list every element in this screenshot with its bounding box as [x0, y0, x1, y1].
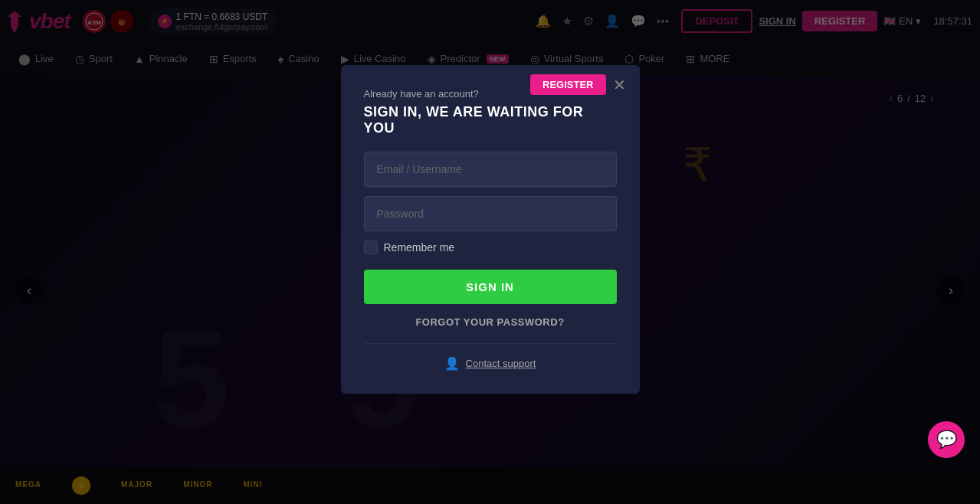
email-input[interactable] — [364, 152, 617, 187]
remember-checkbox[interactable] — [364, 241, 378, 254]
chat-bubble[interactable]: 💬 — [928, 421, 965, 458]
forgot-password-link[interactable]: FORGOT YOUR PASSWORD? — [364, 316, 617, 328]
signin-submit-button[interactable]: SIGN IN — [364, 270, 617, 304]
modal-close-button[interactable]: ✕ — [609, 74, 631, 96]
modal-divider — [364, 343, 617, 344]
contact-support-row: 👤 Contact support — [364, 356, 617, 371]
signin-modal: REGISTER ✕ Already have an account? SIGN… — [341, 65, 640, 394]
support-icon: 👤 — [444, 356, 460, 371]
remember-label: Remember me — [384, 241, 455, 254]
modal-title: SIGN IN, WE ARE WAITING FOR YOU — [364, 104, 617, 136]
contact-support-link[interactable]: Contact support — [466, 358, 536, 369]
modal-register-button[interactable]: REGISTER — [530, 74, 605, 95]
password-input[interactable] — [364, 196, 617, 231]
remember-row: Remember me — [364, 241, 617, 254]
